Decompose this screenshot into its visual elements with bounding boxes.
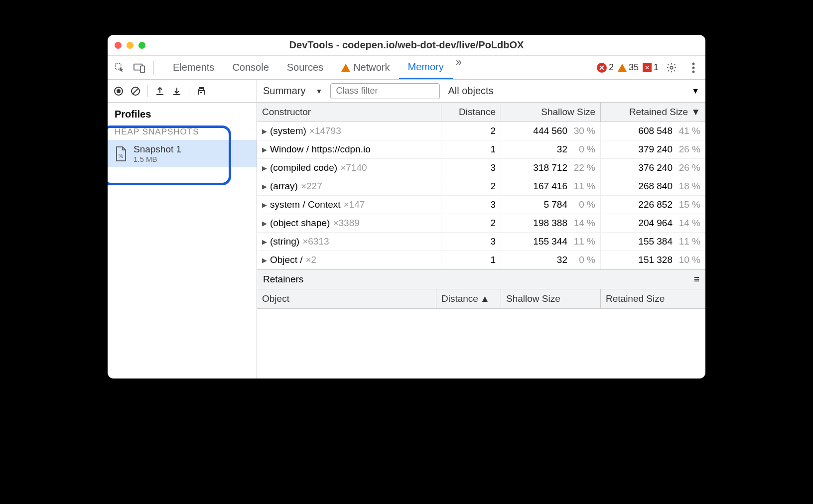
expand-icon[interactable]: ▶ bbox=[262, 256, 267, 264]
warning-icon bbox=[618, 64, 627, 72]
device-toolbar-icon[interactable] bbox=[131, 59, 148, 77]
distance-value: 1 bbox=[441, 140, 501, 158]
retainers-col-distance-label: Distance bbox=[441, 293, 478, 304]
table-body: ▶(system) ×147932444 56030 %608 54841 %▶… bbox=[257, 122, 705, 269]
retained-value: 376 240 bbox=[638, 162, 673, 173]
close-window-button[interactable] bbox=[115, 42, 122, 49]
expand-icon[interactable]: ▶ bbox=[262, 238, 267, 246]
tab-console[interactable]: Console bbox=[223, 56, 277, 79]
separator bbox=[189, 85, 189, 97]
expand-icon[interactable]: ▶ bbox=[262, 183, 267, 190]
svg-point-3 bbox=[670, 66, 673, 69]
retainers-col-shallow[interactable]: Shallow Size bbox=[501, 289, 601, 308]
retainers-table-header: Object Distance ▲ Shallow Size Retained … bbox=[257, 289, 705, 309]
col-retained[interactable]: Retained Size ▼ bbox=[601, 103, 705, 122]
scope-dropdown-label: All objects bbox=[448, 85, 493, 97]
instance-count: ×2 bbox=[305, 254, 316, 265]
clear-button[interactable] bbox=[131, 86, 140, 96]
save-button[interactable] bbox=[172, 86, 182, 96]
retained-value: 268 840 bbox=[638, 181, 673, 192]
scope-dropdown[interactable]: All objects bbox=[448, 85, 493, 97]
expand-icon[interactable]: ▶ bbox=[262, 164, 267, 172]
tab-sources[interactable]: Sources bbox=[278, 56, 332, 79]
error-badge[interactable]: ✕ 2 bbox=[597, 62, 614, 73]
load-button[interactable] bbox=[155, 86, 165, 96]
maximize-window-button[interactable] bbox=[138, 42, 145, 49]
table-row[interactable]: ▶(compiled code) ×71403318 71222 %376 24… bbox=[257, 159, 705, 177]
col-constructor[interactable]: Constructor bbox=[257, 103, 441, 122]
warning-badge[interactable]: 35 bbox=[618, 62, 639, 73]
constructor-name: system / Context bbox=[270, 199, 341, 210]
shallow-pct: 30 % bbox=[572, 126, 595, 136]
retainers-table-body bbox=[257, 309, 705, 344]
shallow-pct: 0 % bbox=[572, 254, 595, 265]
record-button[interactable] bbox=[114, 86, 124, 96]
col-distance[interactable]: Distance bbox=[441, 103, 501, 122]
distance-value: 2 bbox=[441, 177, 501, 195]
separator bbox=[153, 61, 154, 75]
retainers-section-header[interactable]: Retainers ≡ bbox=[257, 269, 705, 289]
table-row[interactable]: ▶(string) ×63133155 34411 %155 38411 % bbox=[257, 233, 705, 251]
shallow-pct: 0 % bbox=[572, 144, 595, 155]
retained-value: 155 384 bbox=[638, 236, 673, 247]
shallow-pct: 14 % bbox=[572, 218, 595, 229]
class-filter-input[interactable] bbox=[330, 83, 440, 99]
distance-value: 2 bbox=[441, 214, 501, 232]
shallow-value: 32 bbox=[557, 144, 567, 155]
retained-value: 204 964 bbox=[638, 218, 673, 229]
more-options-button[interactable] bbox=[684, 62, 702, 73]
table-row[interactable]: ▶(array) ×2272167 41611 %268 84018 % bbox=[257, 177, 705, 196]
chevron-down-icon[interactable]: ▼ bbox=[691, 87, 699, 96]
snapshot-name: Snapshot 1 bbox=[134, 144, 181, 155]
constructor-name: (system) bbox=[270, 126, 306, 136]
retained-value: 226 852 bbox=[638, 199, 673, 210]
expand-icon[interactable]: ▶ bbox=[262, 127, 267, 135]
table-row[interactable]: ▶(system) ×147932444 56030 %608 54841 % bbox=[257, 122, 705, 140]
snapshot-item[interactable]: % Snapshot 1 1.5 MB bbox=[108, 140, 257, 167]
instance-count: ×6313 bbox=[302, 236, 329, 247]
shallow-value: 198 388 bbox=[533, 218, 567, 229]
retained-pct: 26 % bbox=[678, 162, 700, 173]
settings-button[interactable] bbox=[663, 62, 680, 73]
svg-text:%: % bbox=[119, 153, 123, 159]
sort-desc-icon: ▼ bbox=[691, 107, 700, 118]
constructor-name: Window / https://cdpn.io bbox=[270, 144, 371, 155]
constructor-name: (object shape) bbox=[270, 218, 330, 229]
expand-icon[interactable]: ▶ bbox=[262, 220, 267, 227]
shallow-value: 318 712 bbox=[533, 162, 567, 173]
retainers-col-distance[interactable]: Distance ▲ bbox=[436, 289, 501, 308]
table-row[interactable]: ▶(object shape) ×33892198 38814 %204 964… bbox=[257, 214, 705, 233]
col-shallow[interactable]: Shallow Size bbox=[501, 103, 601, 122]
expand-icon[interactable]: ▶ bbox=[262, 201, 267, 209]
constructor-name: (array) bbox=[270, 181, 298, 192]
table-row[interactable]: ▶Object / ×21320 %151 32810 % bbox=[257, 251, 705, 269]
tab-elements[interactable]: Elements bbox=[164, 56, 223, 79]
inspect-element-icon[interactable] bbox=[111, 59, 129, 77]
menu-icon[interactable]: ≡ bbox=[694, 274, 699, 285]
tabs-overflow-button[interactable]: » bbox=[453, 56, 465, 79]
view-dropdown[interactable]: Summary ▼ bbox=[263, 85, 322, 97]
sort-asc-icon: ▲ bbox=[480, 293, 490, 304]
tab-network[interactable]: Network bbox=[332, 56, 399, 79]
expand-icon[interactable]: ▶ bbox=[262, 146, 267, 153]
snapshot-file-icon: % bbox=[115, 146, 129, 162]
retainers-title: Retainers bbox=[263, 274, 303, 285]
issue-badge[interactable]: ✕ 1 bbox=[643, 62, 659, 73]
shallow-value: 167 416 bbox=[533, 181, 567, 192]
svg-rect-2 bbox=[140, 66, 144, 72]
retainers-col-retained[interactable]: Retained Size bbox=[601, 289, 705, 308]
tab-memory[interactable]: Memory bbox=[399, 56, 453, 79]
tab-network-label: Network bbox=[353, 62, 390, 73]
garbage-collect-button[interactable] bbox=[196, 86, 206, 96]
minimize-window-button[interactable] bbox=[127, 42, 134, 49]
retained-pct: 14 % bbox=[678, 218, 700, 229]
profiles-heading: Profiles bbox=[108, 103, 257, 124]
distance-value: 1 bbox=[441, 251, 501, 269]
retained-value: 379 240 bbox=[638, 144, 673, 155]
table-row[interactable]: ▶system / Context ×14735 7840 %226 85215… bbox=[257, 196, 705, 214]
table-row[interactable]: ▶Window / https://cdpn.io1320 %379 24026… bbox=[257, 140, 705, 159]
window-title: DevTools - codepen.io/web-dot-dev/live/P… bbox=[108, 39, 705, 51]
retainers-col-object[interactable]: Object bbox=[257, 289, 436, 308]
shallow-pct: 0 % bbox=[572, 199, 595, 210]
instance-count: ×227 bbox=[301, 181, 322, 192]
